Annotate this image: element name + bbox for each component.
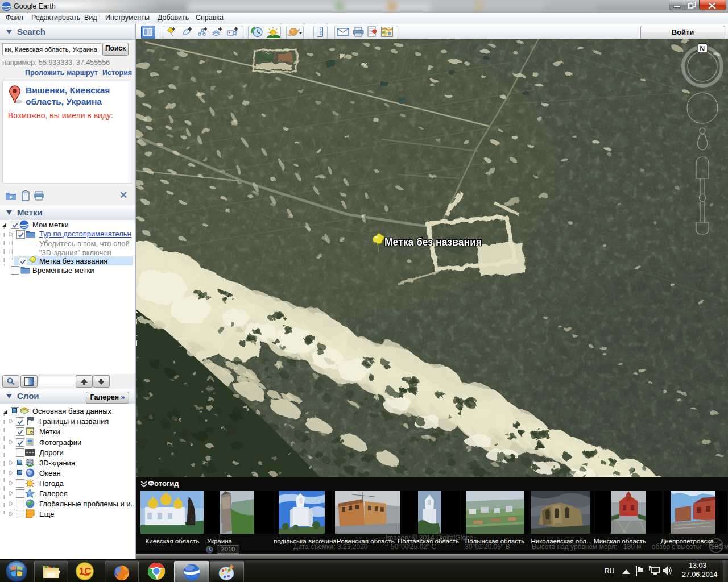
svg-text:Метка без названия: Метка без названия (384, 236, 482, 248)
svg-text:N: N (700, 45, 705, 53)
